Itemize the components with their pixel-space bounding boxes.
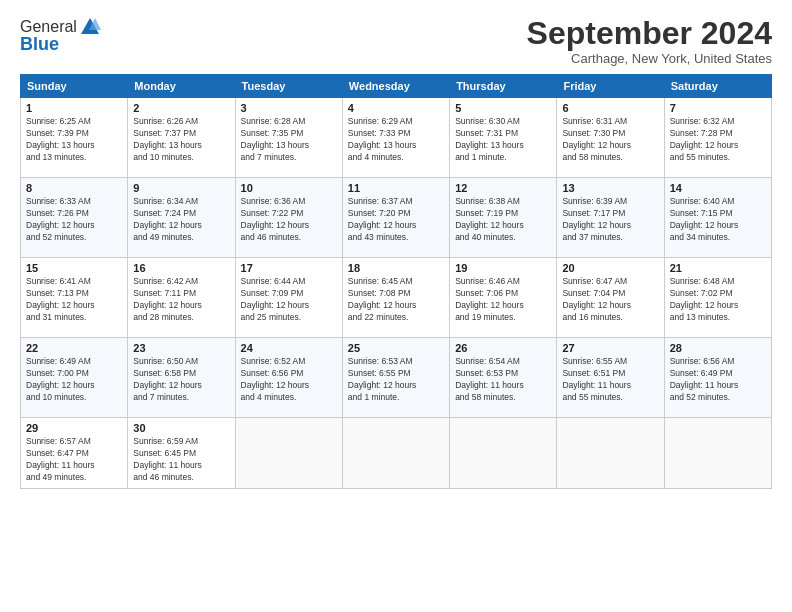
table-row: 29Sunrise: 6:57 AMSunset: 6:47 PMDayligh… <box>21 418 128 489</box>
table-row: 11Sunrise: 6:37 AMSunset: 7:20 PMDayligh… <box>342 178 449 258</box>
logo-icon <box>79 16 101 38</box>
day-info: Sunrise: 6:36 AMSunset: 7:22 PMDaylight:… <box>241 196 337 244</box>
day-number: 14 <box>670 182 766 194</box>
table-row: 28Sunrise: 6:56 AMSunset: 6:49 PMDayligh… <box>664 338 771 418</box>
header: General Blue September 2024 Carthage, Ne… <box>20 16 772 66</box>
day-info: Sunrise: 6:25 AMSunset: 7:39 PMDaylight:… <box>26 116 122 164</box>
day-info: Sunrise: 6:53 AMSunset: 6:55 PMDaylight:… <box>348 356 444 404</box>
day-info: Sunrise: 6:32 AMSunset: 7:28 PMDaylight:… <box>670 116 766 164</box>
table-row: 14Sunrise: 6:40 AMSunset: 7:15 PMDayligh… <box>664 178 771 258</box>
day-number: 21 <box>670 262 766 274</box>
day-number: 28 <box>670 342 766 354</box>
table-row: 3Sunrise: 6:28 AMSunset: 7:35 PMDaylight… <box>235 98 342 178</box>
day-info: Sunrise: 6:40 AMSunset: 7:15 PMDaylight:… <box>670 196 766 244</box>
day-number: 10 <box>241 182 337 194</box>
day-info: Sunrise: 6:52 AMSunset: 6:56 PMDaylight:… <box>241 356 337 404</box>
day-number: 24 <box>241 342 337 354</box>
day-number: 30 <box>133 422 229 434</box>
day-number: 4 <box>348 102 444 114</box>
table-row: 1Sunrise: 6:25 AMSunset: 7:39 PMDaylight… <box>21 98 128 178</box>
table-row: 4Sunrise: 6:29 AMSunset: 7:33 PMDaylight… <box>342 98 449 178</box>
day-info: Sunrise: 6:44 AMSunset: 7:09 PMDaylight:… <box>241 276 337 324</box>
day-number: 26 <box>455 342 551 354</box>
weekday-wednesday: Wednesday <box>342 75 449 98</box>
table-row: 9Sunrise: 6:34 AMSunset: 7:24 PMDaylight… <box>128 178 235 258</box>
weekday-thursday: Thursday <box>450 75 557 98</box>
day-number: 2 <box>133 102 229 114</box>
day-number: 12 <box>455 182 551 194</box>
calendar-body: 1Sunrise: 6:25 AMSunset: 7:39 PMDaylight… <box>21 98 772 489</box>
day-number: 6 <box>562 102 658 114</box>
day-number: 17 <box>241 262 337 274</box>
table-row: 27Sunrise: 6:55 AMSunset: 6:51 PMDayligh… <box>557 338 664 418</box>
day-info: Sunrise: 6:26 AMSunset: 7:37 PMDaylight:… <box>133 116 229 164</box>
day-info: Sunrise: 6:56 AMSunset: 6:49 PMDaylight:… <box>670 356 766 404</box>
day-number: 22 <box>26 342 122 354</box>
table-row: 7Sunrise: 6:32 AMSunset: 7:28 PMDaylight… <box>664 98 771 178</box>
table-row <box>557 418 664 489</box>
weekday-tuesday: Tuesday <box>235 75 342 98</box>
day-number: 16 <box>133 262 229 274</box>
table-row: 17Sunrise: 6:44 AMSunset: 7:09 PMDayligh… <box>235 258 342 338</box>
month-title: September 2024 <box>527 16 772 51</box>
table-row: 16Sunrise: 6:42 AMSunset: 7:11 PMDayligh… <box>128 258 235 338</box>
table-row: 20Sunrise: 6:47 AMSunset: 7:04 PMDayligh… <box>557 258 664 338</box>
day-info: Sunrise: 6:42 AMSunset: 7:11 PMDaylight:… <box>133 276 229 324</box>
table-row: 18Sunrise: 6:45 AMSunset: 7:08 PMDayligh… <box>342 258 449 338</box>
table-row: 24Sunrise: 6:52 AMSunset: 6:56 PMDayligh… <box>235 338 342 418</box>
day-number: 19 <box>455 262 551 274</box>
table-row: 12Sunrise: 6:38 AMSunset: 7:19 PMDayligh… <box>450 178 557 258</box>
day-info: Sunrise: 6:41 AMSunset: 7:13 PMDaylight:… <box>26 276 122 324</box>
table-row: 15Sunrise: 6:41 AMSunset: 7:13 PMDayligh… <box>21 258 128 338</box>
day-number: 23 <box>133 342 229 354</box>
day-info: Sunrise: 6:28 AMSunset: 7:35 PMDaylight:… <box>241 116 337 164</box>
day-info: Sunrise: 6:34 AMSunset: 7:24 PMDaylight:… <box>133 196 229 244</box>
day-info: Sunrise: 6:55 AMSunset: 6:51 PMDaylight:… <box>562 356 658 404</box>
day-number: 7 <box>670 102 766 114</box>
location: Carthage, New York, United States <box>527 51 772 66</box>
table-row <box>342 418 449 489</box>
day-info: Sunrise: 6:47 AMSunset: 7:04 PMDaylight:… <box>562 276 658 324</box>
day-info: Sunrise: 6:30 AMSunset: 7:31 PMDaylight:… <box>455 116 551 164</box>
day-info: Sunrise: 6:29 AMSunset: 7:33 PMDaylight:… <box>348 116 444 164</box>
day-number: 27 <box>562 342 658 354</box>
table-row: 10Sunrise: 6:36 AMSunset: 7:22 PMDayligh… <box>235 178 342 258</box>
day-info: Sunrise: 6:49 AMSunset: 7:00 PMDaylight:… <box>26 356 122 404</box>
day-info: Sunrise: 6:59 AMSunset: 6:45 PMDaylight:… <box>133 436 229 484</box>
day-number: 5 <box>455 102 551 114</box>
weekday-friday: Friday <box>557 75 664 98</box>
weekday-sunday: Sunday <box>21 75 128 98</box>
day-number: 25 <box>348 342 444 354</box>
day-number: 20 <box>562 262 658 274</box>
day-info: Sunrise: 6:39 AMSunset: 7:17 PMDaylight:… <box>562 196 658 244</box>
day-number: 9 <box>133 182 229 194</box>
calendar-header: Sunday Monday Tuesday Wednesday Thursday… <box>21 75 772 98</box>
table-row <box>664 418 771 489</box>
table-row: 26Sunrise: 6:54 AMSunset: 6:53 PMDayligh… <box>450 338 557 418</box>
table-row: 22Sunrise: 6:49 AMSunset: 7:00 PMDayligh… <box>21 338 128 418</box>
day-info: Sunrise: 6:37 AMSunset: 7:20 PMDaylight:… <box>348 196 444 244</box>
day-number: 18 <box>348 262 444 274</box>
logo: General Blue <box>20 16 101 55</box>
calendar: Sunday Monday Tuesday Wednesday Thursday… <box>20 74 772 489</box>
day-info: Sunrise: 6:33 AMSunset: 7:26 PMDaylight:… <box>26 196 122 244</box>
day-info: Sunrise: 6:38 AMSunset: 7:19 PMDaylight:… <box>455 196 551 244</box>
day-number: 15 <box>26 262 122 274</box>
table-row: 19Sunrise: 6:46 AMSunset: 7:06 PMDayligh… <box>450 258 557 338</box>
day-info: Sunrise: 6:31 AMSunset: 7:30 PMDaylight:… <box>562 116 658 164</box>
day-info: Sunrise: 6:57 AMSunset: 6:47 PMDaylight:… <box>26 436 122 484</box>
table-row: 13Sunrise: 6:39 AMSunset: 7:17 PMDayligh… <box>557 178 664 258</box>
day-info: Sunrise: 6:45 AMSunset: 7:08 PMDaylight:… <box>348 276 444 324</box>
day-info: Sunrise: 6:50 AMSunset: 6:58 PMDaylight:… <box>133 356 229 404</box>
table-row: 21Sunrise: 6:48 AMSunset: 7:02 PMDayligh… <box>664 258 771 338</box>
day-info: Sunrise: 6:54 AMSunset: 6:53 PMDaylight:… <box>455 356 551 404</box>
weekday-saturday: Saturday <box>664 75 771 98</box>
table-row: 2Sunrise: 6:26 AMSunset: 7:37 PMDaylight… <box>128 98 235 178</box>
table-row <box>450 418 557 489</box>
weekday-monday: Monday <box>128 75 235 98</box>
day-info: Sunrise: 6:48 AMSunset: 7:02 PMDaylight:… <box>670 276 766 324</box>
table-row: 30Sunrise: 6:59 AMSunset: 6:45 PMDayligh… <box>128 418 235 489</box>
day-info: Sunrise: 6:46 AMSunset: 7:06 PMDaylight:… <box>455 276 551 324</box>
title-area: September 2024 Carthage, New York, Unite… <box>527 16 772 66</box>
table-row: 5Sunrise: 6:30 AMSunset: 7:31 PMDaylight… <box>450 98 557 178</box>
